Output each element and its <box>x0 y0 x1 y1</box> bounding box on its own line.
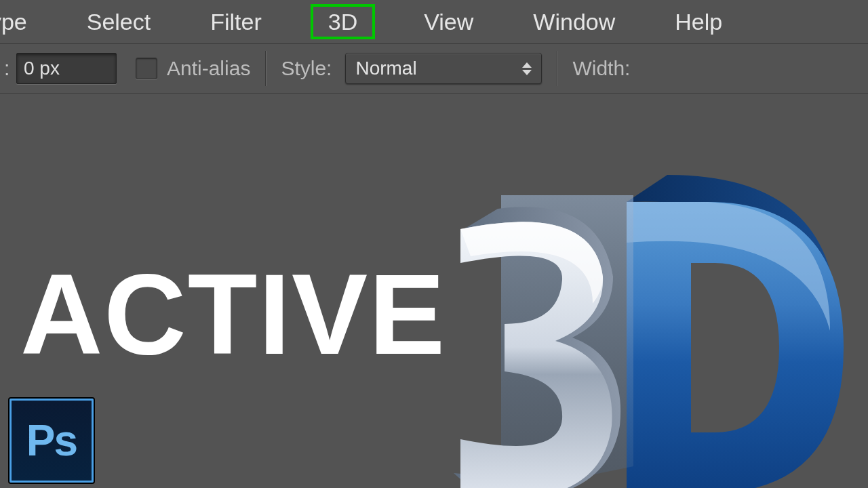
photoshop-app-icon: Ps <box>9 399 94 483</box>
style-dropdown[interactable]: Normal <box>345 53 542 84</box>
style-label: Style: <box>281 57 332 80</box>
canvas-area: ACTIVE <box>0 94 868 488</box>
anti-alias-label: Anti-alias <box>167 57 250 80</box>
menu-item-type[interactable]: Type <box>0 5 38 39</box>
style-value: Normal <box>355 58 416 79</box>
separator <box>265 51 266 86</box>
feather-value: 0 px <box>24 58 60 79</box>
menu-item-window[interactable]: Window <box>522 5 626 39</box>
logo-3d-icon <box>423 155 857 488</box>
menu-bar: Type Select Filter 3D View Window Help <box>0 0 868 43</box>
menu-item-select[interactable]: Select <box>76 5 162 39</box>
menu-item-help[interactable]: Help <box>664 5 733 39</box>
menu-item-3d[interactable]: 3D <box>311 4 375 40</box>
ps-badge-text: Ps <box>26 415 77 466</box>
options-bar: : 0 px Anti-alias Style: Normal Width: <box>0 43 868 94</box>
dropdown-arrows-icon <box>522 62 532 75</box>
feather-input[interactable]: 0 px <box>16 53 117 84</box>
width-label: Width: <box>572 57 630 80</box>
anti-alias-checkbox[interactable] <box>136 58 157 79</box>
overlay-headline: ACTIVE <box>20 249 446 380</box>
truncated-label: : <box>4 57 14 80</box>
menu-item-filter[interactable]: Filter <box>199 5 273 39</box>
separator <box>557 51 557 86</box>
menu-item-view[interactable]: View <box>413 5 484 39</box>
